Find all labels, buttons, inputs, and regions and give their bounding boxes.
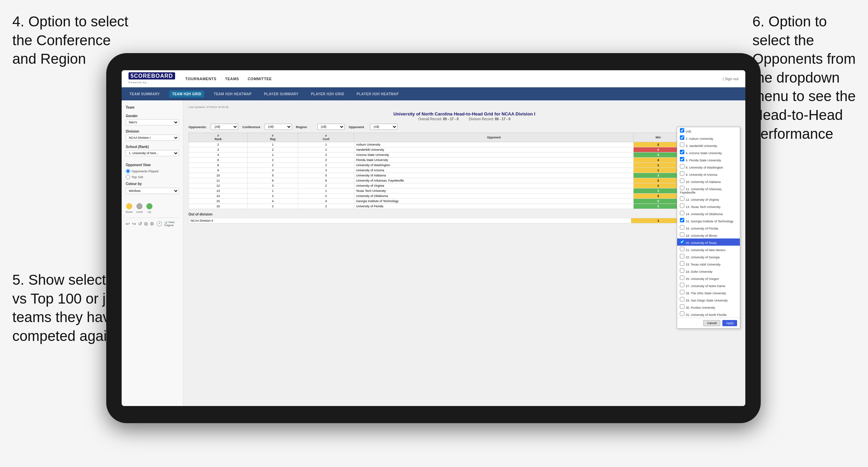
gender-select[interactable]: Men's xyxy=(126,119,179,125)
dropdown-item[interactable]: 6. Florida State University xyxy=(677,156,740,163)
win-cell: 5 xyxy=(634,152,683,158)
table-row: NCAA Division II 1 0 xyxy=(189,218,740,223)
table-row: 8 2 2 University of Washington 1 0 xyxy=(189,163,740,168)
nav-committee[interactable]: COMMITTEE xyxy=(248,77,272,81)
table-row: 12 3 2 University of Virginia 1 0 xyxy=(189,183,740,188)
radio-top100[interactable]: Top 100 xyxy=(126,175,179,179)
filter-opponents-select[interactable]: (All) xyxy=(211,124,238,130)
sub-nav-player-h2h-heatmap[interactable]: PLAYER H2H HEATMAP xyxy=(354,90,402,98)
redo-icon[interactable]: ↪ xyxy=(132,221,136,226)
dropdown-item[interactable]: 2. Auburn University xyxy=(677,134,740,142)
dropdown-item[interactable]: 11. University of Arkansas, Fayetteville xyxy=(677,185,740,195)
out-division-name: NCAA Division II xyxy=(189,218,631,223)
dropdown-item[interactable]: 28. The Ohio State University xyxy=(677,289,740,296)
dropdown-item[interactable]: 21. University of New Mexico xyxy=(677,246,740,253)
nav-tournaments[interactable]: TOURNAMENTS xyxy=(185,77,217,81)
rank-cell: 10 xyxy=(189,173,248,178)
apply-button[interactable]: Apply xyxy=(722,320,737,326)
dropdown-item[interactable]: 27. University of Notre Dame xyxy=(677,282,740,289)
sub-nav: TEAM SUMMARY TEAM H2H GRID TEAM H2H HEAT… xyxy=(122,87,745,100)
dropdown-item[interactable]: 15. Georgia Institute of Technology xyxy=(677,217,740,224)
filter-conference-label: Conference xyxy=(242,125,260,129)
app-logo: 5COREBOARD Powered by... xyxy=(129,73,175,84)
win-cell: 0 xyxy=(634,147,683,152)
rag-cell: 2 xyxy=(248,194,298,199)
nav-teams[interactable]: TEAMS xyxy=(225,77,239,81)
win-cell: 4 xyxy=(634,158,683,163)
rag-cell: 6 xyxy=(248,178,298,183)
conf-cell: 2 xyxy=(298,204,354,209)
dropdown-item[interactable]: 4. Arizona State University xyxy=(677,149,740,156)
colour-by-select[interactable]: Win/loss xyxy=(126,188,179,194)
school-select[interactable]: 1. University of Nort... xyxy=(126,150,179,156)
refresh-icon[interactable]: ↺ xyxy=(138,221,142,226)
sub-nav-team-summary[interactable]: TEAM SUMMARY xyxy=(127,90,162,98)
copy-icon[interactable]: ⧉ xyxy=(144,221,148,227)
view-original: 📊 View: Original xyxy=(164,221,179,227)
rank-cell: 8 xyxy=(189,163,248,168)
dropdown-item[interactable]: 29. San Diego State University xyxy=(677,296,740,303)
dropdown-item[interactable]: 25. University of Oregon xyxy=(677,274,740,282)
dropdown-item[interactable]: 30. Purdue University xyxy=(677,303,740,310)
dropdown-item[interactable]: 16. University of Florida xyxy=(677,224,740,231)
dropdown-item[interactable]: 22. University of Georgia xyxy=(677,253,740,260)
opponent-cell: Texas Tech University xyxy=(354,188,634,194)
radio-opponents-played[interactable]: Opponents Played xyxy=(126,169,179,173)
dropdown-item[interactable]: 14. University of Oklahoma xyxy=(677,210,740,217)
dropdown-item[interactable]: 9. University of Arizona xyxy=(677,170,740,177)
tablet-frame: 5COREBOARD Powered by... TOURNAMENTS TEA… xyxy=(106,53,761,423)
sub-nav-h2h-heatmap[interactable]: TEAM H2H HEATMAP xyxy=(211,90,255,98)
dropdown-item[interactable]: 10. University of Alabama xyxy=(677,177,740,185)
nav-signout[interactable]: | Sign out xyxy=(723,77,738,81)
filter-region-label: Region xyxy=(296,125,313,129)
rag-cell: 2 xyxy=(248,163,298,168)
dropdown-item[interactable]: 31. University of North Florida xyxy=(677,310,740,318)
dropdown-item[interactable]: 12. University of Virginia xyxy=(677,195,740,202)
dropdown-item[interactable]: 8. University of Washington xyxy=(677,163,740,170)
win-cell: 1 xyxy=(634,168,683,173)
rank-cell: 13 xyxy=(189,188,248,194)
sub-nav-player-h2h-grid[interactable]: PLAYER H2H GRID xyxy=(308,90,347,98)
col-win: Win xyxy=(634,133,683,142)
rag-cell: 4 xyxy=(248,199,298,204)
sub-nav-player-summary[interactable]: PLAYER SUMMARY xyxy=(261,90,301,98)
rank-cell: 11 xyxy=(189,178,248,183)
conf-cell: 5 xyxy=(298,173,354,178)
conf-cell: 2 xyxy=(298,194,354,199)
rank-cell: 15 xyxy=(189,199,248,204)
cancel-button[interactable]: Cancel xyxy=(703,320,720,326)
filter-region-select[interactable]: (All) xyxy=(317,124,345,130)
dropdown-item[interactable]: 24. Duke University xyxy=(677,267,740,274)
filter-opponent-select[interactable]: (All) xyxy=(370,124,398,130)
rag-cell: 2 xyxy=(248,158,298,163)
out-of-division: Out of division NCAA Division II 1 0 xyxy=(188,212,740,223)
opponent-cell: University of Arkansas, Fayetteville xyxy=(354,178,634,183)
clock-icon[interactable]: 🕐 xyxy=(156,221,162,226)
conf-cell: 2 xyxy=(298,158,354,163)
legend: Down Level Up xyxy=(126,203,179,213)
col-rank: #Rank xyxy=(189,133,248,142)
rag-cell: 2 xyxy=(248,147,298,152)
dropdown-item[interactable]: (All) xyxy=(677,127,740,134)
dropdown-item[interactable]: 20. University of Texas xyxy=(677,238,740,246)
legend-level: Level xyxy=(136,203,143,213)
rag-cell: 1 xyxy=(248,188,298,194)
out-division-table: NCAA Division II 1 0 xyxy=(188,218,740,223)
legend-dot-level xyxy=(136,203,143,209)
filter-conference-select[interactable]: (All) xyxy=(265,124,292,130)
division-select[interactable]: NCAA Division I xyxy=(126,135,179,141)
settings-icon[interactable]: ⚙ xyxy=(150,221,154,226)
h2h-table: #Rank #Rag #Conf Opponent Win Loss 2 1 1… xyxy=(188,133,740,209)
undo-icon[interactable]: ↩ xyxy=(126,221,130,226)
gender-label: Gender xyxy=(126,114,179,118)
dropdown-item[interactable]: 3. Vanderbilt University xyxy=(677,142,740,149)
sub-nav-h2h-grid[interactable]: TEAM H2H GRID xyxy=(169,90,204,98)
opponent-dropdown[interactable]: (All)2. Auburn University3. Vanderbilt U… xyxy=(677,127,740,329)
conf-cell: 6 xyxy=(298,178,354,183)
dropdown-item[interactable]: 18. University of Illinois xyxy=(677,231,740,238)
dropdown-item[interactable]: 13. Texas Tech University xyxy=(677,202,740,210)
rag-cell: 2 xyxy=(248,204,298,209)
dropdown-item[interactable]: 23. Texas A&M University xyxy=(677,260,740,267)
overall-record: Overall Record: 89 - 17 - 0 xyxy=(418,117,459,121)
legend-down: Down xyxy=(126,203,133,213)
